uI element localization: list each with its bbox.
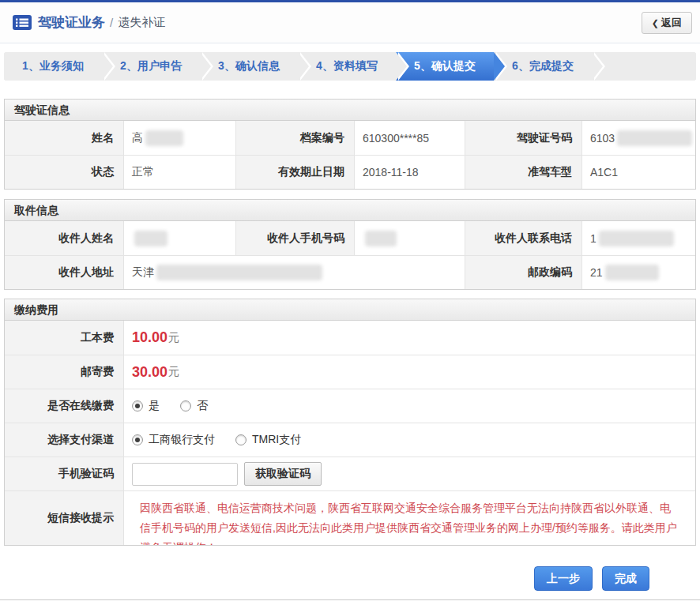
radio-online-payment-no[interactable]: 否	[180, 399, 208, 413]
field-label-file-number: 档案编号	[235, 121, 354, 155]
back-arrow-icon: ❮	[652, 18, 659, 28]
value-text: 1	[590, 232, 597, 245]
field-label-recipient-address: 收件人地址	[5, 255, 123, 289]
fees-section-title: 缴纳费用	[5, 299, 695, 321]
field-value-file-number: 610300****85	[354, 121, 465, 155]
breadcrumb-current: 遗失补证	[118, 15, 165, 30]
pickup-info-section: 取件信息 收件人姓名 收件人手机号码 收件人联系电话 1 收件人地址 天津 邮政…	[4, 199, 696, 290]
footer-actions: 上一步 完成	[0, 566, 649, 591]
radio-label: 工商银行支付	[149, 433, 215, 447]
field-value-expiry-date: 2018-11-18	[354, 155, 465, 189]
field-value-license-number: 6103	[581, 121, 695, 155]
radio-label: 是	[149, 399, 160, 413]
sms-code-input[interactable]	[132, 463, 238, 486]
steps-filler	[592, 52, 696, 81]
radio-online-payment-yes[interactable]: 是	[132, 399, 160, 413]
production-fee-unit: 元	[168, 331, 179, 345]
sms-notice-cell: 因陕西省联通、电信运营商技术问题，陕西省互联网交通安全综合服务管理平台无法向持陕…	[123, 490, 695, 545]
value-text: 2018-11-18	[363, 166, 419, 178]
step-label: 5、确认提交	[414, 59, 476, 73]
radio-label: 否	[197, 399, 208, 413]
radio-unselected-icon	[180, 400, 191, 411]
field-value-status: 正常	[123, 155, 235, 189]
fees-table: 工本费 10.00元 邮寄费 30.00元 是否在线缴费 是 否 选择支付渠道 …	[5, 321, 695, 545]
privacy-blur	[605, 265, 659, 280]
steps-bar: 1、业务须知 2、用户申告 3、确认信息 4、资料填写 5、确认提交 6、完成提…	[4, 52, 696, 81]
back-button-label: 返回	[661, 17, 682, 28]
value-text: 21	[590, 266, 603, 279]
license-info-table: 姓名 高 档案编号 610300****85 驾驶证号码 6103 状态 正常 …	[5, 121, 695, 189]
radio-selected-icon	[132, 400, 143, 411]
field-label-postal-code: 邮政编码	[465, 255, 581, 289]
privacy-blur	[145, 130, 183, 146]
license-list-icon	[13, 15, 32, 30]
privacy-blur	[156, 265, 322, 280]
pickup-section-title: 取件信息	[5, 200, 695, 221]
field-label-online-payment: 是否在线缴费	[5, 389, 123, 423]
value-text: A1C1	[590, 166, 618, 178]
radio-label: TMRI支付	[252, 433, 301, 447]
field-label-sms-notice: 短信接收提示	[5, 490, 123, 545]
value-text: 610300****85	[363, 132, 429, 145]
field-value-vehicle-class: A1C1	[581, 155, 695, 189]
radio-channel-tmri[interactable]: TMRI支付	[235, 433, 301, 447]
postage-fee-amount: 30.00	[132, 364, 167, 381]
field-value-postage-fee: 30.00元	[123, 355, 695, 389]
privacy-blur	[599, 231, 674, 246]
previous-step-button[interactable]: 上一步	[534, 566, 593, 591]
field-label-recipient-phone: 收件人联系电话	[465, 221, 581, 255]
page-bottom-divider	[0, 599, 700, 600]
field-label-postage-fee: 邮寄费	[5, 355, 123, 389]
radio-channel-icbc[interactable]: 工商银行支付	[132, 433, 215, 447]
field-label-name: 姓名	[5, 121, 123, 155]
step-3[interactable]: 3、确认信息	[200, 52, 298, 81]
license-section-title: 驾驶证信息	[5, 100, 695, 121]
step-1[interactable]: 1、业务须知	[4, 52, 102, 81]
step-4[interactable]: 4、资料填写	[298, 52, 396, 81]
finish-button[interactable]: 完成	[602, 566, 649, 591]
field-label-payment-channel: 选择支付渠道	[5, 423, 123, 457]
step-2[interactable]: 2、用户申告	[102, 52, 200, 81]
field-label-recipient-mobile: 收件人手机号码	[235, 221, 354, 255]
field-value-recipient-phone: 1	[581, 221, 695, 255]
field-label-sms-code: 手机验证码	[5, 457, 123, 490]
back-button[interactable]: ❮返回	[642, 12, 692, 34]
value-text: 天津	[132, 265, 154, 280]
field-value-recipient-name	[123, 221, 235, 255]
field-label-production-fee: 工本费	[5, 321, 123, 355]
field-value-recipient-address: 天津	[123, 255, 465, 289]
radio-selected-icon	[132, 434, 143, 445]
radio-unselected-icon	[235, 434, 247, 445]
privacy-blur	[134, 231, 167, 246]
step-label: 4、资料填写	[316, 59, 378, 73]
step-label: 2、用户申告	[120, 59, 182, 73]
privacy-blur	[617, 130, 692, 146]
page-title: 驾驶证业务	[38, 13, 105, 32]
breadcrumb-separator: /	[110, 16, 113, 29]
license-info-section: 驾驶证信息 姓名 高 档案编号 610300****85 驾驶证号码 6103 …	[4, 99, 696, 190]
field-label-license-number: 驾驶证号码	[465, 121, 581, 155]
sms-code-row: 获取验证码	[123, 457, 695, 490]
step-6[interactable]: 6、完成提交	[494, 52, 592, 81]
field-value-production-fee: 10.00元	[123, 321, 695, 355]
payment-channel-options: 工商银行支付 TMRI支付	[123, 423, 695, 457]
field-value-postal-code: 21	[581, 255, 695, 289]
value-text: 高	[132, 131, 143, 145]
sms-notice-text: 因陕西省联通、电信运营商技术问题，陕西省互联网交通安全综合服务管理平台无法向持陕…	[132, 491, 695, 545]
field-value-recipient-mobile	[354, 221, 465, 255]
production-fee-amount: 10.00	[132, 329, 167, 346]
privacy-blur	[365, 231, 397, 246]
field-label-recipient-name: 收件人姓名	[5, 221, 123, 255]
get-sms-code-button[interactable]: 获取验证码	[244, 462, 322, 486]
online-payment-options: 是 否	[123, 389, 695, 423]
step-5-active[interactable]: 5、确认提交	[396, 52, 494, 81]
step-label: 6、完成提交	[512, 59, 574, 73]
pickup-info-table: 收件人姓名 收件人手机号码 收件人联系电话 1 收件人地址 天津 邮政编码 21	[5, 221, 695, 289]
step-label: 1、业务须知	[22, 59, 84, 73]
page-header: 驾驶证业务 / 遗失补证 ❮返回	[0, 2, 700, 43]
field-value-name: 高	[123, 121, 235, 155]
field-label-expiry-date: 有效期止日期	[235, 155, 354, 189]
field-label-vehicle-class: 准驾车型	[465, 155, 581, 189]
fees-section: 缴纳费用 工本费 10.00元 邮寄费 30.00元 是否在线缴费 是 否 选择…	[4, 299, 696, 546]
postage-fee-unit: 元	[168, 365, 179, 379]
